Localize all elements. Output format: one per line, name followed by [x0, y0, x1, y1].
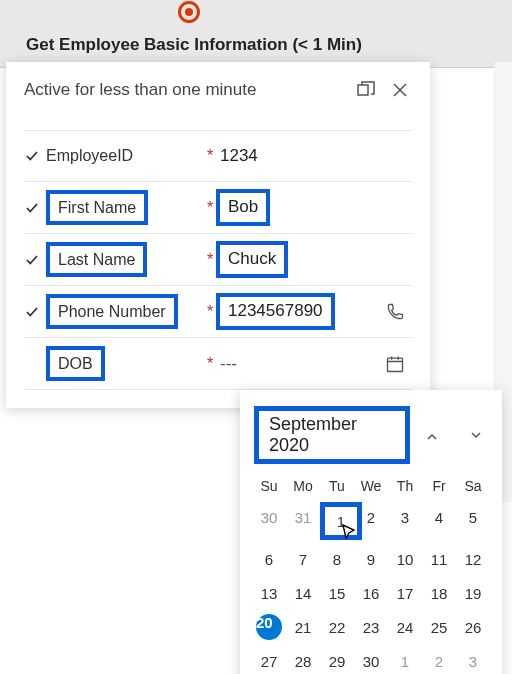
calendar-weekday: We — [354, 474, 388, 498]
required-indicator: * — [204, 355, 216, 373]
field-list: EmployeeID*1234First Name*BobLast Name*C… — [6, 120, 430, 408]
calendar-day[interactable]: 6 — [252, 544, 286, 574]
field-label-cell: Phone Number — [24, 288, 204, 335]
calendar-day[interactable]: 9 — [354, 544, 388, 574]
calendar-day[interactable]: 23 — [354, 612, 388, 642]
calendar-day[interactable]: 14 — [286, 578, 320, 608]
field-label: Phone Number — [46, 294, 178, 329]
calendar-today[interactable]: 20 — [256, 614, 282, 640]
flyout-status-text: Active for less than one minute — [24, 80, 344, 100]
completed-check-icon — [24, 252, 40, 268]
field-row: Last Name*Chuck — [24, 234, 412, 286]
field-value[interactable]: --- — [216, 348, 241, 379]
field-value[interactable]: 1234 — [216, 140, 262, 171]
field-value-cell[interactable]: 1234 — [216, 146, 378, 166]
calendar-day[interactable]: 19 — [456, 578, 490, 608]
field-row: Phone Number*1234567890 — [24, 286, 412, 338]
field-value-cell[interactable]: --- — [216, 354, 378, 374]
calendar-day[interactable]: 1 — [388, 646, 422, 674]
calendar-prev-icon[interactable] — [420, 423, 444, 447]
window-top-bar — [0, 0, 512, 25]
required-indicator: * — [204, 147, 216, 165]
stage-anchor-icon — [178, 1, 200, 23]
calendar-weekday: Tu — [320, 474, 354, 498]
calendar-day[interactable]: 5 — [456, 502, 490, 532]
calendar-weekday: Su — [252, 474, 286, 498]
field-label: First Name — [46, 190, 148, 225]
calendar-next-icon[interactable] — [464, 423, 488, 447]
calendar-weekday: Fr — [422, 474, 456, 498]
field-label-cell: Last Name — [24, 236, 204, 283]
field-value[interactable]: Bob — [216, 189, 270, 225]
calendar-day[interactable]: 3 — [456, 646, 490, 674]
calendar-day[interactable]: 17 — [388, 578, 422, 608]
calendar-day[interactable]: 25 — [422, 612, 456, 642]
completed-check-icon — [24, 148, 40, 164]
calendar-weekday: Mo — [286, 474, 320, 498]
calendar-day[interactable]: 29 — [320, 646, 354, 674]
calendar-day[interactable]: 8 — [320, 544, 354, 574]
field-label: DOB — [46, 346, 105, 381]
calendar-day[interactable]: 18 — [422, 578, 456, 608]
calendar-day[interactable]: 15 — [320, 578, 354, 608]
calendar-day[interactable]: 2 — [422, 646, 456, 674]
calendar-weekday: Th — [388, 474, 422, 498]
calendar-day[interactable]: 11 — [422, 544, 456, 574]
calendar-day[interactable]: 30 — [252, 502, 286, 532]
svg-rect-0 — [358, 85, 368, 95]
field-value[interactable]: Chuck — [216, 241, 288, 277]
close-icon[interactable] — [388, 78, 412, 102]
field-label-cell: First Name — [24, 184, 204, 231]
field-label-cell: DOB — [24, 340, 204, 387]
field-row: EmployeeID*1234 — [24, 130, 412, 182]
required-indicator: * — [204, 251, 216, 269]
field-value-cell[interactable]: Bob — [216, 189, 378, 225]
calendar-day[interactable]: 31 — [286, 502, 320, 532]
calendar-day[interactable]: 4 — [422, 502, 456, 532]
calendar-day[interactable]: 10 — [388, 544, 422, 574]
calendar-day[interactable]: 3 — [388, 502, 422, 532]
calendar-day[interactable]: 21 — [286, 612, 320, 642]
required-indicator: * — [204, 303, 216, 321]
calendar-day[interactable]: 16 — [354, 578, 388, 608]
field-label: EmployeeID — [46, 147, 133, 165]
calendar-day[interactable]: 24 — [388, 612, 422, 642]
date-picker: September 2020 SuMoTuWeThFrSa30311234567… — [240, 390, 502, 674]
calendar-day[interactable]: 26 — [456, 612, 490, 642]
field-label-cell: EmployeeID — [24, 141, 204, 171]
field-row: First Name*Bob — [24, 182, 412, 234]
calendar-weekday: Sa — [456, 474, 490, 498]
calendar-day[interactable]: 7 — [286, 544, 320, 574]
completed-check-icon — [24, 304, 40, 320]
calendar-day[interactable]: 27 — [252, 646, 286, 674]
required-indicator: * — [204, 199, 216, 217]
calendar-icon[interactable] — [378, 354, 412, 374]
calendar-day[interactable]: 20 — [252, 612, 286, 642]
stage-flyout: Active for less than one minute Employee… — [6, 62, 430, 408]
phone-icon[interactable] — [378, 302, 412, 322]
calendar-day[interactable]: 2 — [354, 502, 388, 532]
calendar-grid: SuMoTuWeThFrSa30311234567891011121314151… — [246, 474, 496, 674]
field-value[interactable]: 1234567890 — [216, 293, 335, 329]
calendar-day[interactable]: 28 — [286, 646, 320, 674]
calendar-month-label[interactable]: September 2020 — [254, 406, 410, 464]
field-label: Last Name — [46, 242, 147, 277]
completed-check-icon — [24, 200, 40, 216]
calendar-day[interactable]: 12 — [456, 544, 490, 574]
dock-icon[interactable] — [354, 78, 378, 102]
calendar-day[interactable]: 13 — [252, 578, 286, 608]
field-value-cell[interactable]: 1234567890 — [216, 293, 378, 329]
field-row: DOB*--- — [24, 338, 412, 390]
calendar-day[interactable]: 22 — [320, 612, 354, 642]
calendar-day[interactable]: 30 — [354, 646, 388, 674]
svg-rect-1 — [388, 358, 403, 371]
field-value-cell[interactable]: Chuck — [216, 241, 378, 277]
